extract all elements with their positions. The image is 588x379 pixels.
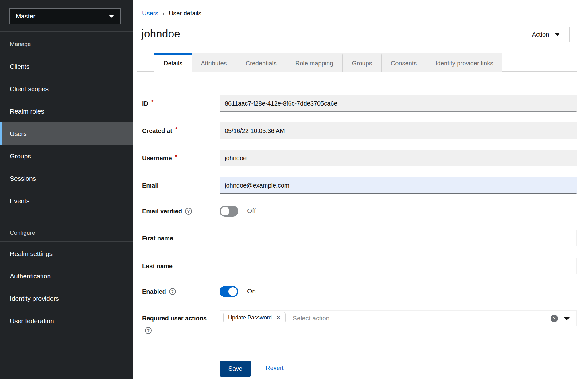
sidebar-item-groups[interactable]: Groups	[0, 145, 133, 167]
toggle-knob	[228, 287, 237, 296]
chevron-down-icon	[109, 15, 114, 18]
email-label: Email	[142, 177, 158, 194]
sidebar-item-sessions[interactable]: Sessions	[0, 167, 133, 190]
help-icon[interactable]: ?	[185, 208, 192, 215]
chip-update-password: Update Password ✕	[223, 312, 286, 323]
revert-link[interactable]: Revert	[266, 365, 284, 372]
select-action-placeholder[interactable]: Select action	[293, 311, 329, 326]
email-field[interactable]	[220, 177, 577, 194]
email-verified-toggle[interactable]	[220, 206, 238, 217]
enabled-toggle[interactable]	[220, 286, 238, 297]
sidebar-divider	[0, 241, 133, 242]
help-icon[interactable]: ?	[169, 288, 176, 295]
last-name-field[interactable]	[220, 258, 577, 274]
toggle-knob	[221, 207, 229, 215]
sidebar-divider	[0, 53, 133, 53]
first-name-field[interactable]	[220, 230, 577, 246]
help-icon[interactable]: ?	[145, 327, 152, 334]
sidebar-item-user-federation[interactable]: User federation	[0, 310, 133, 332]
enabled-state: On	[247, 288, 256, 295]
nav-group-title-manage: Manage	[10, 41, 31, 48]
tab-credentials[interactable]: Credentials	[236, 53, 286, 72]
action-dropdown-label: Action	[532, 31, 549, 38]
realm-selector-label: Master	[16, 13, 109, 20]
required-asterisk: *	[175, 126, 177, 133]
chip-remove-icon[interactable]: ✕	[276, 314, 281, 321]
created-at-label: Created at *	[142, 122, 177, 139]
sidebar-item-events[interactable]: Events	[0, 190, 133, 212]
sidebar-item-realm-roles[interactable]: Realm roles	[0, 100, 133, 122]
sidebar-item-clients[interactable]: Clients	[0, 55, 133, 78]
sidebar: Master Manage Clients Client scopes Real…	[0, 0, 133, 379]
email-verified-state: Off	[247, 207, 256, 215]
required-asterisk: *	[175, 154, 177, 160]
nav-group-title-configure: Configure	[10, 230, 35, 236]
created-at-field	[220, 122, 577, 139]
required-user-actions-select[interactable]: Update Password ✕ Select action ✕	[220, 310, 577, 326]
breadcrumb-link-users[interactable]: Users	[142, 10, 158, 17]
username-field	[220, 150, 577, 166]
breadcrumb: Users › User details	[142, 10, 201, 17]
id-label: ID *	[142, 95, 154, 112]
last-name-label: Last name	[142, 258, 173, 274]
tab-consents[interactable]: Consents	[381, 53, 426, 72]
breadcrumb-chevron-icon: ›	[162, 10, 165, 17]
tab-attributes[interactable]: Attributes	[192, 53, 236, 72]
breadcrumb-current: User details	[169, 10, 201, 17]
save-button[interactable]: Save	[220, 361, 251, 377]
id-field	[220, 95, 577, 112]
action-dropdown-button[interactable]: Action	[523, 27, 570, 42]
sidebar-item-client-scopes[interactable]: Client scopes	[0, 78, 133, 100]
sidebar-item-users[interactable]: Users	[0, 122, 133, 145]
tab-role-mapping[interactable]: Role mapping	[286, 53, 342, 72]
chevron-down-icon[interactable]	[564, 317, 570, 320]
tab-details[interactable]: Details	[154, 53, 192, 72]
required-asterisk: *	[151, 99, 154, 105]
tab-groups[interactable]: Groups	[342, 53, 381, 72]
page-title: johndoe	[142, 28, 180, 40]
sidebar-item-realm-settings[interactable]: Realm settings	[0, 242, 133, 265]
tab-identity-provider-links[interactable]: Identity provider links	[426, 53, 502, 72]
sidebar-divider	[0, 31, 133, 32]
clear-selection-icon[interactable]: ✕	[551, 315, 558, 322]
required-user-actions-label: Required user actions	[142, 310, 207, 326]
sidebar-item-authentication[interactable]: Authentication	[0, 265, 133, 287]
first-name-label: First name	[142, 230, 173, 246]
enabled-label: Enabled ?	[142, 286, 176, 297]
sidebar-item-identity-providers[interactable]: Identity providers	[0, 287, 133, 310]
realm-selector[interactable]: Master	[9, 8, 121, 24]
chevron-down-icon	[555, 33, 560, 36]
email-verified-label: Email verified ?	[142, 206, 192, 217]
username-label: Username *	[142, 150, 177, 166]
tab-bar: Details Attributes Credentials Role mapp…	[154, 53, 502, 72]
